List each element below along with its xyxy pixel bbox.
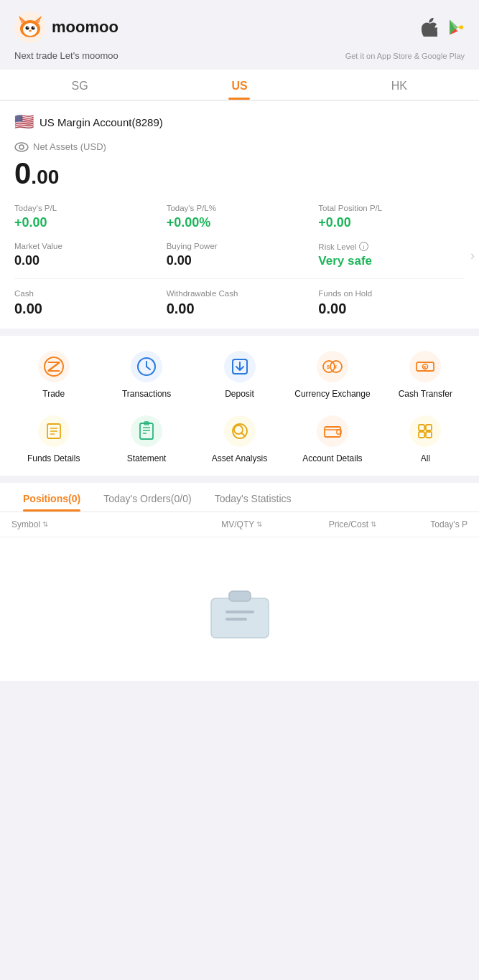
net-assets-value: 0.00 [14,156,465,191]
svg-rect-63 [225,618,247,621]
funds-details-label: Funds Details [27,453,80,465]
svg-point-40 [131,415,162,447]
svg-text:¥: ¥ [334,364,337,369]
tab-positions[interactable]: Positions(0) [11,483,92,512]
chevron-right-icon: › [470,248,475,263]
svg-text:$: $ [327,364,330,370]
region-tabs: SG US HK [0,70,479,100]
th-price-cost: Price/Cost ⇅ [262,519,376,529]
currency-exchange-label: Currency Exchange [294,389,370,400]
net-assets-label: Net Assets (USD) [14,141,465,152]
th-mv-qty: MV/QTY ⇅ [149,519,263,529]
funds-details-icon [37,415,70,448]
stats-section: Today's P/L +0.00 Today's P/L% +0.00% To… [14,204,465,317]
sort-icon-mv: ⇅ [256,521,262,528]
transactions-label: Transactions [122,389,171,400]
svg-point-6 [23,23,37,36]
info-icon: i [359,242,368,251]
app-header: moomoo [0,0,479,50]
statement-label: Statement [127,453,167,465]
action-deposit[interactable]: Deposit [193,350,286,400]
trade-icon [37,350,70,383]
trade-label: Trade [42,389,65,400]
svg-rect-61 [229,591,251,601]
action-all[interactable]: All [379,415,472,465]
svg-point-46 [224,415,256,447]
logo-text: moomoo [52,18,118,37]
svg-point-13 [19,145,24,149]
deposit-icon [223,350,256,383]
cash-transfer-label: Cash Transfer [399,389,452,400]
account-details-icon [316,415,349,448]
svg-text:$: $ [424,365,427,371]
header-icons [422,18,465,37]
apple-icon[interactable] [422,18,437,37]
th-today-p: Today's P [376,519,468,529]
sort-icon-symbol: ⇅ [42,521,48,528]
transactions-icon [130,350,163,383]
eye-icon[interactable] [14,142,29,152]
google-play-icon[interactable] [447,19,465,36]
svg-rect-62 [225,611,254,613]
all-icon [409,415,442,448]
svg-point-54 [409,415,441,447]
risk-level: Risk Level i Very safe › [318,242,465,268]
withdrawable-cash: Withdrawable Cash 0.00 [167,289,313,317]
actions-row-2: Funds Details Statement [7,415,472,465]
buying-power: Buying Power 0.00 [167,242,313,268]
header-subtitle: Next trade Let's moomoo Get it on App St… [0,50,479,70]
quick-actions: Trade Transactions [0,336,479,476]
svg-point-11 [29,30,32,32]
moomoo-logo-icon [14,11,46,43]
funds-on-hold: Funds on Hold 0.00 [318,289,465,317]
sort-icon-price: ⇅ [371,521,376,528]
cash: Cash 0.00 [14,289,161,317]
action-account-details[interactable]: Account Details [286,415,378,465]
account-details-label: Account Details [302,453,362,465]
tab-sg[interactable]: SG [0,70,159,100]
action-trade[interactable]: Trade [7,350,100,400]
action-asset-analysis[interactable]: Asset Analysis [193,415,286,465]
tab-todays-orders[interactable]: Today's Orders(0/0) [92,483,203,512]
action-funds-details[interactable]: Funds Details [7,415,100,465]
market-value: Market Value 0.00 [14,242,161,268]
today-pl-pct: Today's P/L% +0.00% [167,204,313,230]
statement-icon [130,415,163,448]
svg-point-10 [33,27,34,28]
svg-point-26 [317,351,348,382]
deposit-label: Deposit [225,389,254,400]
tab-todays-statistics[interactable]: Today's Statistics [203,483,303,512]
empty-state-graphic [204,580,276,641]
total-position-pl: Total Position P/L +0.00 [318,204,465,230]
svg-point-8 [32,27,35,30]
actions-row-1: Trade Transactions [7,350,472,400]
today-pl: Today's P/L +0.00 [14,204,161,230]
currency-exchange-icon: $ ¥ [316,350,349,383]
th-symbol: Symbol ⇅ [11,519,149,529]
empty-state [0,537,479,681]
asset-analysis-icon [223,415,256,448]
account-name: US Margin Account(8289) [39,116,163,128]
account-header: 🇺🇸 US Margin Account(8289) [14,113,465,131]
table-header: Symbol ⇅ MV/QTY ⇅ Price/Cost ⇅ Today's P [0,512,479,537]
tab-us[interactable]: US [159,70,319,100]
action-transactions[interactable]: Transactions [100,350,192,400]
tagline: Next trade Let's moomoo [14,50,118,61]
all-label: All [421,453,430,465]
svg-point-50 [317,415,348,447]
app-store-text: Get it on App Store & Google Play [345,52,465,60]
svg-text:i: i [363,244,365,250]
logo-area: moomoo [14,11,118,43]
tab-hk[interactable]: HK [320,70,479,100]
us-flag: 🇺🇸 [14,113,34,131]
account-section: 🇺🇸 US Margin Account(8289) Net Assets (U… [0,101,479,329]
action-cash-transfer[interactable]: $ Cash Transfer [379,350,472,400]
cash-transfer-icon: $ [409,350,442,383]
bottom-tab-row: Positions(0) Today's Orders(0/0) Today's… [0,483,479,512]
svg-point-12 [15,143,28,151]
action-statement[interactable]: Statement [100,415,192,465]
svg-point-9 [27,27,29,28]
bottom-tabs: Positions(0) Today's Orders(0/0) Today's… [0,483,479,512]
svg-point-7 [26,27,29,30]
action-currency-exchange[interactable]: $ ¥ Currency Exchange [286,350,378,400]
